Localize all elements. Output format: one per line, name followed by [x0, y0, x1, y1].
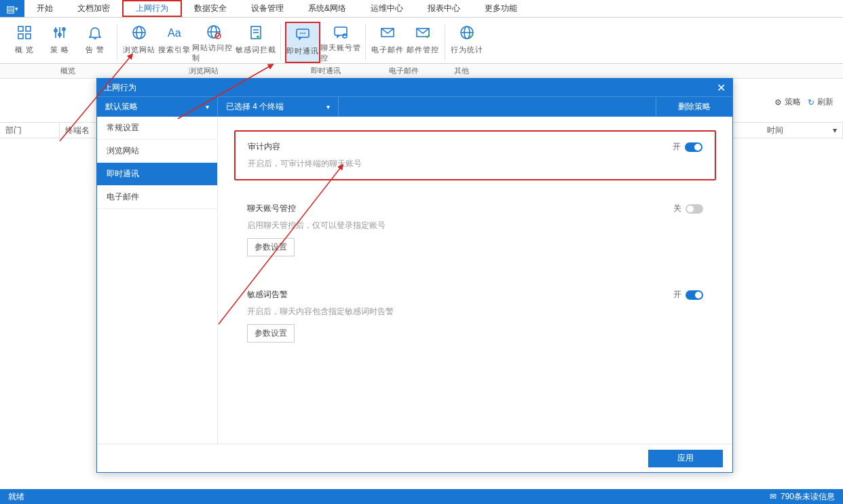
globe-check-icon	[457, 23, 476, 42]
chat-icon	[293, 24, 312, 43]
toggle-state-label: 关	[673, 203, 681, 214]
svg-point-26	[304, 33, 305, 34]
close-icon[interactable]: ✕	[717, 81, 726, 94]
menu-item-7[interactable]: 报表中心	[415, 0, 472, 17]
sidebar-item-0[interactable]: 常规设置	[97, 117, 217, 140]
svg-text:Aa: Aa	[168, 27, 181, 39]
ribbon-categories: 概览浏览网站即时通讯电子邮件其他	[0, 64, 843, 79]
svg-rect-2	[18, 34, 23, 39]
ribbon-search-engine[interactable]: Aa搜索引擎	[157, 22, 192, 63]
ribbon-chat-account-control[interactable]: 聊天账号管控	[320, 22, 361, 63]
ribbon-browse-site[interactable]: 浏览网站	[121, 22, 157, 63]
setting-chat-control: 聊天账号管控关启用聊天管控后，仅可以登录指定账号参数设置	[234, 193, 716, 267]
apply-button[interactable]: 应用	[648, 450, 723, 467]
menu-item-3[interactable]: 数据安全	[182, 0, 239, 17]
svg-point-24	[300, 33, 301, 34]
sidebar-item-3[interactable]: 电子邮件	[97, 186, 217, 209]
params-button-sensitive-alert[interactable]: 参数设置	[247, 324, 295, 343]
ribbon-instant-messaging[interactable]: 即时通讯	[285, 22, 320, 63]
svg-rect-0	[18, 26, 23, 31]
dialog-sidebar: 常规设置浏览网站即时通讯电子邮件	[97, 117, 218, 444]
sliders-icon: ⚙	[774, 98, 782, 107]
sidebar-item-2[interactable]: 即时通讯	[97, 163, 217, 186]
toggle-audit[interactable]	[685, 142, 702, 152]
ribbon-sensitive-word-block[interactable]: 敏感词拦截	[236, 22, 276, 63]
terminal-select[interactable]: 已选择 4 个终端 ▾	[218, 97, 339, 117]
ribbon-category: 即时通讯	[299, 64, 353, 78]
ribbon-behavior-stats[interactable]: 行为统计	[449, 22, 485, 63]
status-ready: 就绪	[8, 491, 24, 503]
policy-select[interactable]: 默认策略 ▾	[97, 97, 218, 117]
svg-rect-1	[26, 26, 31, 31]
ribbon-web-access-control[interactable]: 网站访问控制	[192, 22, 236, 63]
ribbon-strategy[interactable]: 策 略	[42, 22, 77, 63]
setting-title: 审计内容	[248, 141, 280, 153]
ribbon-category: 概览	[41, 64, 95, 78]
params-button-chat-control[interactable]: 参数设置	[247, 238, 295, 256]
setting-sensitive-alert: 敏感词告警开开启后，聊天内容包含指定敏感词时告警参数设置	[234, 279, 716, 353]
chevron-down-icon: ▾	[326, 103, 330, 111]
refresh-icon: ↻	[808, 98, 814, 107]
status-unread[interactable]: 790条未读信息	[781, 491, 835, 503]
refresh-button[interactable]: ↻刷新	[808, 96, 833, 108]
menu-item-1[interactable]: 文档加密	[65, 0, 122, 17]
svg-point-25	[302, 33, 303, 34]
menubar: ▤▾ 开始文档加密上网行为数据安全设备管理系统&网络运维中心报表中心更多功能	[0, 0, 843, 18]
ribbon-category: 电子邮件	[377, 64, 431, 78]
setting-title: 敏感词告警	[247, 289, 288, 301]
app-logo[interactable]: ▤▾	[0, 0, 24, 17]
dialog-main: 审计内容开开启后，可审计终端的聊天账号聊天账号管控关启用聊天管控后，仅可以登录指…	[218, 117, 732, 444]
menu-item-2[interactable]: 上网行为	[122, 0, 182, 17]
svg-rect-3	[26, 34, 31, 39]
ribbon-category: 其他	[441, 64, 482, 78]
setting-audit: 审计内容开开启后，可审计终端的聊天账号	[234, 130, 716, 180]
ribbon-category: 浏览网站	[176, 64, 231, 78]
policy-dialog: 上网行为 ✕ 默认策略 ▾ 已选择 4 个终端 ▾ 删除策略 常规设置浏览网站即…	[96, 78, 733, 473]
chevron-down-icon: ▾	[833, 125, 837, 135]
toggle-sensitive-alert[interactable]	[686, 290, 703, 300]
menu-item-0[interactable]: 开始	[24, 0, 65, 17]
toggle-state-label: 开	[673, 289, 681, 301]
dialog-filterbar: 默认策略 ▾ 已选择 4 个终端 ▾ 删除策略	[97, 96, 732, 117]
col-time[interactable]: 时间▾	[762, 123, 843, 138]
col-dept[interactable]: 部门	[0, 123, 60, 138]
page-toolbar: ⚙策略 ↻刷新	[774, 96, 833, 108]
menu-item-8[interactable]: 更多功能	[472, 0, 529, 17]
setting-desc: 开启后，聊天内容包含指定敏感词时告警	[247, 306, 703, 317]
col-terminal[interactable]: 终端名	[60, 123, 100, 138]
aa-icon: Aa	[165, 23, 184, 42]
dialog-footer: 应用	[97, 444, 732, 472]
envelope-icon[interactable]: ✉	[770, 492, 776, 501]
menu-item-6[interactable]: 运维中心	[358, 0, 415, 17]
globe-ban-icon	[204, 23, 223, 40]
setting-desc: 启用聊天管控后，仅可以登录指定账号	[247, 220, 703, 231]
doc-shield-icon	[246, 23, 265, 42]
mail-check-icon	[413, 23, 432, 42]
sidebar-item-1[interactable]: 浏览网站	[97, 140, 217, 163]
chevron-down-icon: ▾	[206, 103, 209, 111]
bell-icon	[86, 23, 105, 42]
toggle-state-label: 开	[673, 141, 681, 153]
strategy-button[interactable]: ⚙策略	[774, 96, 801, 108]
setting-title: 聊天账号管控	[247, 203, 296, 214]
globe-icon	[130, 23, 149, 42]
setting-desc: 开启后，可审计终端的聊天账号	[248, 158, 702, 170]
dialog-title: 上网行为	[104, 82, 136, 94]
delete-policy-button[interactable]: 删除策略	[656, 97, 732, 117]
toggle-chat-control[interactable]	[686, 204, 703, 214]
menu-item-4[interactable]: 设备管理	[239, 0, 296, 17]
ribbon-overview[interactable]: 概 览	[7, 22, 42, 63]
grid-icon	[15, 23, 34, 42]
ribbon-toolbar: 概 览策 略告 警浏览网站Aa搜索引擎网站访问控制敏感词拦截即时通讯聊天账号管控…	[0, 18, 843, 64]
sliders-icon	[50, 23, 69, 42]
mail-icon	[378, 23, 397, 42]
ribbon-mail-control[interactable]: 邮件管控	[405, 22, 441, 63]
ribbon-alert[interactable]: 告 警	[77, 22, 113, 63]
dialog-titlebar: 上网行为 ✕	[97, 79, 732, 96]
chat-user-icon	[331, 23, 350, 40]
ribbon-email[interactable]: 电子邮件	[370, 22, 405, 63]
menu-item-5[interactable]: 系统&网络	[296, 0, 358, 17]
statusbar: 就绪 ✉ 790条未读信息	[0, 489, 843, 504]
svg-point-28	[343, 34, 347, 38]
